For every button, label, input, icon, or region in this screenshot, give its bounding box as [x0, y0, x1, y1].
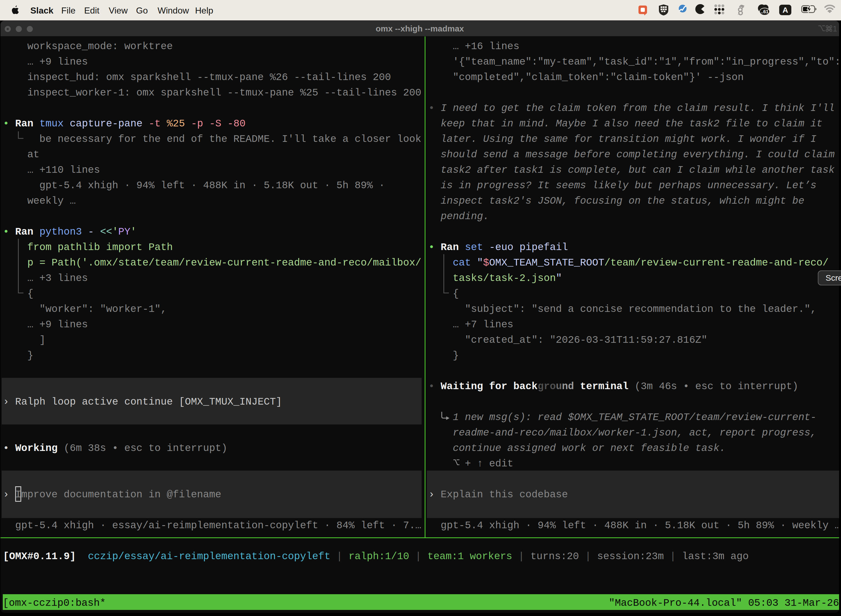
- svg-text:..61: ..61: [761, 9, 768, 14]
